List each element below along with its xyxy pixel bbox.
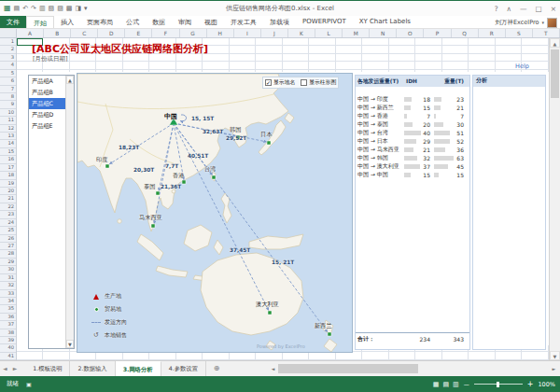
row-header[interactable]: 27 xyxy=(0,243,16,250)
row-header[interactable]: 5 xyxy=(0,70,16,77)
column-header[interactable]: C xyxy=(71,29,98,37)
row-header[interactable]: 40 xyxy=(0,344,16,352)
ribbon-tab[interactable]: 页面布局 xyxy=(80,16,119,28)
ribbon-tab[interactable]: POWERPIVOT xyxy=(296,16,353,28)
ribbon-tab[interactable]: 加载项 xyxy=(263,16,296,28)
row-header[interactable]: 23 xyxy=(0,211,16,218)
row-header[interactable]: 14 xyxy=(0,140,16,147)
column-header[interactable]: G xyxy=(180,29,207,37)
ribbon-toggle-icon[interactable]: ∧ xyxy=(507,5,512,13)
column-header[interactable]: M xyxy=(343,29,370,37)
column-header[interactable]: K xyxy=(288,29,315,37)
help-link[interactable]: Help xyxy=(515,63,529,70)
column-header[interactable]: J xyxy=(261,29,288,37)
ribbon-tab[interactable]: 插入 xyxy=(54,16,80,28)
open-icon[interactable]: ▧ xyxy=(49,6,55,12)
vertical-scroll-thumb[interactable] xyxy=(551,49,559,98)
row-header[interactable]: 39 xyxy=(0,337,16,344)
save-icon[interactable]: ▤ xyxy=(14,6,21,12)
print-preview-icon[interactable]: ▥ xyxy=(39,6,46,12)
row-header[interactable]: 18 xyxy=(0,172,16,179)
undo-icon[interactable]: ↶ xyxy=(22,6,28,12)
zoom-out-icon[interactable]: — xyxy=(464,382,469,387)
column-header[interactable]: H xyxy=(207,29,234,37)
customize-qat-icon[interactable]: ▾ xyxy=(84,6,88,12)
listbox-scrollbar[interactable]: ▲ ▼ xyxy=(65,76,74,348)
row-header[interactable]: 35 xyxy=(0,305,16,313)
column-header[interactable]: S xyxy=(506,29,533,37)
column-header[interactable]: E xyxy=(125,29,152,37)
row-header[interactable]: 15 xyxy=(0,148,16,156)
row-header[interactable]: 22 xyxy=(0,203,16,211)
redo-icon[interactable]: ↷ xyxy=(31,6,36,12)
row-header[interactable]: 34 xyxy=(0,298,16,305)
row-header[interactable]: 29 xyxy=(0,259,16,266)
horizontal-scrollbar[interactable]: ◄ ► xyxy=(269,364,549,373)
sheet-tab[interactable]: 2.数据输入 xyxy=(70,361,115,376)
scroll-down-icon[interactable]: ▼ xyxy=(550,351,560,360)
row-header[interactable]: 25 xyxy=(0,227,16,234)
column-header[interactable]: A xyxy=(17,29,44,37)
column-header[interactable]: Q xyxy=(452,29,479,37)
ribbon-tab-file[interactable]: 文件 xyxy=(0,16,26,28)
excel-app-icon[interactable]: ▦ xyxy=(4,5,11,12)
row-header[interactable]: 36 xyxy=(0,314,16,321)
row-header[interactable]: 33 xyxy=(0,290,16,298)
column-header[interactable]: I xyxy=(234,29,261,37)
scroll-up-icon[interactable]: ▲ xyxy=(66,76,74,84)
ribbon-tab[interactable]: 视图 xyxy=(198,16,224,28)
row-header[interactable]: 16 xyxy=(0,156,16,163)
sheet-tab[interactable]: 3.网络分析 xyxy=(116,361,161,376)
new-sheet-button[interactable]: ⊕ xyxy=(206,361,226,376)
row-header[interactable]: 31 xyxy=(0,274,16,282)
row-header[interactable]: 10 xyxy=(0,109,16,117)
row-header[interactable]: 9 xyxy=(0,101,16,108)
row-header[interactable]: 6 xyxy=(0,77,16,85)
column-header[interactable]: L xyxy=(315,29,343,37)
show-bars-checkbox[interactable]: 显示柱形图 xyxy=(301,78,336,87)
vertical-scrollbar[interactable]: ▲ ▼ xyxy=(549,38,560,360)
scroll-left-icon[interactable]: ◄ xyxy=(269,364,277,373)
scroll-up-icon[interactable]: ▲ xyxy=(550,38,560,48)
scroll-right-icon[interactable]: ► xyxy=(550,364,558,373)
row-header[interactable]: 1 xyxy=(0,38,16,46)
avatar[interactable] xyxy=(547,18,557,28)
sheet-nav-right-icon[interactable]: ► xyxy=(10,361,21,376)
column-header[interactable]: P xyxy=(424,29,451,37)
user-account[interactable]: 刘万祥ExcelPro ▾ xyxy=(495,16,557,29)
sheet-tab[interactable]: 1.模板说明 xyxy=(25,361,70,376)
scroll-down-icon[interactable]: ▼ xyxy=(66,340,74,348)
row-header[interactable]: 19 xyxy=(0,180,16,188)
camera-icon[interactable]: ◨ xyxy=(75,6,81,12)
horizontal-scroll-thumb[interactable] xyxy=(278,364,418,373)
column-header[interactable]: R xyxy=(479,29,506,37)
row-header[interactable]: 38 xyxy=(0,329,16,337)
column-header[interactable]: D xyxy=(98,29,125,37)
row-header[interactable]: 7 xyxy=(0,86,16,93)
row-header[interactable]: 30 xyxy=(0,266,16,273)
close-icon[interactable]: × xyxy=(551,5,556,13)
ribbon-tab[interactable]: 开始 xyxy=(26,16,54,28)
row-header[interactable]: 13 xyxy=(0,133,16,140)
column-header[interactable]: B xyxy=(44,29,71,37)
list-item[interactable]: 产品组D xyxy=(29,109,65,120)
column-header[interactable]: O xyxy=(397,29,424,37)
page-layout-view-icon[interactable]: ▤ xyxy=(442,381,449,388)
row-header[interactable]: 32 xyxy=(0,282,16,289)
row-header[interactable]: 24 xyxy=(0,219,16,227)
row-header[interactable]: 4 xyxy=(0,62,16,69)
minimize-icon[interactable]: — xyxy=(520,5,527,13)
ribbon-tab[interactable]: 公式 xyxy=(119,16,146,28)
zoom-in-icon[interactable]: + xyxy=(527,381,534,388)
ribbon-tab[interactable]: 数据 xyxy=(146,16,172,28)
row-header[interactable]: 12 xyxy=(0,125,16,133)
zoom-slider-thumb[interactable] xyxy=(497,382,499,387)
column-header[interactable]: N xyxy=(370,29,397,37)
row-header[interactable]: 28 xyxy=(0,250,16,258)
ribbon-tab[interactable]: 开发工具 xyxy=(224,16,263,28)
help-icon[interactable]: ? xyxy=(495,5,498,13)
row-header[interactable]: 17 xyxy=(0,164,16,172)
row-header[interactable]: 2 xyxy=(0,46,16,53)
row-header[interactable]: 11 xyxy=(0,117,16,124)
row-header[interactable]: 20 xyxy=(0,188,16,195)
